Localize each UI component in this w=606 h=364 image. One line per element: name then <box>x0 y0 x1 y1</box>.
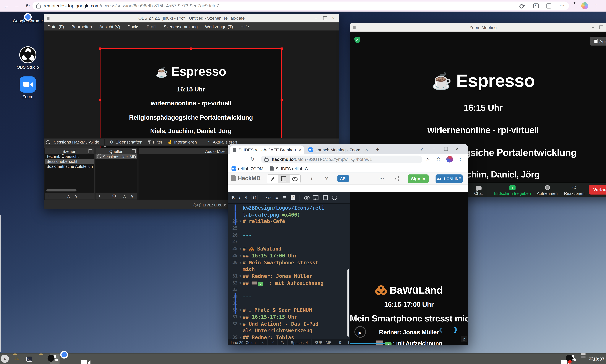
fold-icon[interactable]: ∨ <box>238 273 243 280</box>
desktop-icon-zoom[interactable]: Zoom <box>9 76 46 99</box>
scene-item[interactable]: Technik-Übersicht <box>45 154 94 159</box>
key-icon[interactable] <box>519 4 525 7</box>
sign-in-button[interactable]: Sign in <box>408 174 428 183</box>
profile-avatar[interactable] <box>446 156 453 162</box>
new-note-icon[interactable]: + <box>310 176 313 182</box>
online-users-button[interactable]: 1 ONLINE <box>436 174 463 183</box>
resize-handle[interactable] <box>281 48 283 50</box>
menu-docks[interactable]: Docks <box>127 24 139 29</box>
more-options-icon[interactable]: … <box>379 174 384 180</box>
source-gear-icon[interactable]: ⚙ <box>112 193 116 199</box>
link-icon[interactable] <box>304 196 309 199</box>
minimize-icon[interactable]: − <box>432 146 435 152</box>
minimize-icon[interactable]: − <box>315 16 317 21</box>
bookmark-slides[interactable]: SLIDES relilab-C... <box>270 166 311 171</box>
back-icon[interactable]: ← <box>229 156 238 162</box>
settings-wrench-icon[interactable]: ⚙ <box>335 339 345 345</box>
image-icon[interactable] <box>313 195 318 200</box>
new-tab-icon[interactable]: + <box>376 146 379 152</box>
send-icon[interactable]: ▷ <box>426 156 429 162</box>
tray-obs-icon[interactable] <box>569 355 577 363</box>
resize-handle[interactable] <box>190 48 192 50</box>
browser-menu-icon[interactable]: ⋮ <box>458 156 463 161</box>
tab-zoom-meeting[interactable]: Launch Meeting - Zoom × <box>306 145 371 154</box>
autoplay-button[interactable]: ▶ <box>354 326 366 338</box>
restore-icon[interactable] <box>600 26 604 29</box>
menu-hilfe[interactable]: Hilfe <box>240 24 249 29</box>
popout-icon[interactable] <box>132 149 136 153</box>
italic-icon[interactable]: I <box>239 195 240 200</box>
close-icon[interactable]: × <box>456 146 458 152</box>
keymap-setting[interactable]: SUBLIME <box>311 339 335 345</box>
editor-content[interactable]: k%2BDesign/Logos/Icons/reli lab-cafe.png… <box>228 203 350 339</box>
split-mode-button[interactable] <box>278 175 289 183</box>
bookmark-relilab-zoom[interactable]: relilab ZOOM <box>232 166 263 171</box>
maximize-icon[interactable] <box>444 147 448 151</box>
dock-tab-eigenschaften[interactable]: Eigenschaften <box>115 140 142 144</box>
tray-zoom-icon[interactable] <box>557 355 566 363</box>
fold-icon[interactable]: ∨ <box>238 246 243 252</box>
menu-ansicht[interactable]: Ansicht (V) <box>99 24 120 29</box>
dock-tab-sessions[interactable]: Sessions HackMD-Slide <box>54 140 99 144</box>
desktop-icon-chrome[interactable]: Google Chrome <box>9 17 46 23</box>
indent-setting[interactable]: Spaces: 4 <box>288 339 311 345</box>
move-down-icon[interactable]: ∨ <box>74 193 78 199</box>
fold-icon[interactable]: ∨ <box>238 334 243 339</box>
add-icon[interactable]: + <box>98 193 101 199</box>
tab-search-icon[interactable]: ∨ <box>420 147 423 152</box>
next-slide-icon[interactable]: › <box>453 321 458 337</box>
zoom-title-bar[interactable]: Zoom Meeting − <box>350 23 606 32</box>
resize-handle[interactable] <box>281 99 283 101</box>
minimize-icon[interactable]: − <box>592 25 594 30</box>
tab-close-icon[interactable]: × <box>299 147 302 152</box>
leave-meeting-button[interactable]: Verlas <box>589 185 606 195</box>
taskbar-files-icon[interactable] <box>40 355 48 363</box>
fold-icon[interactable]: ∨ <box>238 280 243 286</box>
bold-icon[interactable]: B <box>232 195 234 200</box>
lint-check-icon[interactable]: ✓ <box>268 339 278 345</box>
move-up-icon[interactable]: ∧ <box>123 193 126 199</box>
table-icon[interactable] <box>323 195 328 200</box>
taskbar-launcher-icon[interactable]: ▲ <box>1 355 9 363</box>
install-icon[interactable] <box>533 3 539 8</box>
menu-bearbeiten[interactable]: Bearbeiten <box>71 24 92 29</box>
move-down-icon[interactable]: ∨ <box>130 193 134 199</box>
heading-icon[interactable]: H <box>251 195 257 200</box>
taskbar-screenshot-folder-icon[interactable]: D <box>13 355 22 363</box>
menu-werkzeuge[interactable]: Werkzeuge (T) <box>205 24 233 29</box>
comment-icon[interactable] <box>332 195 337 200</box>
api-button[interactable]: API <box>337 175 349 182</box>
scene-item-selected[interactable]: Sessionübersicht <box>45 159 94 164</box>
fold-icon[interactable]: ∨ <box>238 307 243 314</box>
dock-tab-interagieren[interactable]: Interagieren <box>174 140 197 144</box>
dock-tab-aktualisieren[interactable]: Aktualisieren <box>213 140 237 144</box>
desktop-icon-obs[interactable]: OBS Studio <box>9 46 46 69</box>
taskbar-terminal-icon[interactable]: >_ <box>26 355 35 363</box>
obs-title-bar[interactable]: OBS 27.2.2 (linux) - Profil: Untitled - … <box>44 14 339 22</box>
close-icon[interactable]: × <box>332 16 335 21</box>
security-shield-icon[interactable]: ✓ <box>354 37 360 43</box>
restore-icon[interactable] <box>323 16 327 20</box>
view-mode-button[interactable] <box>289 175 300 183</box>
browser-menu-icon[interactable]: ⋮ <box>593 3 599 9</box>
tab-close-icon[interactable]: × <box>365 147 368 152</box>
numbered-list-icon[interactable]: ≣ <box>282 195 286 200</box>
source-item-selected[interactable]: Sessions HackMD-Slid <box>96 154 137 159</box>
reactions-button[interactable]: ☺ Reaktionen <box>559 184 590 195</box>
add-icon[interactable]: + <box>48 193 50 199</box>
share-screen-button[interactable]: ↑ Bildschirm freigeben <box>489 184 536 195</box>
remove-icon[interactable]: − <box>105 193 108 199</box>
back-icon[interactable]: ← <box>3 3 9 9</box>
hint-bulb-icon[interactable]: ◌ <box>259 339 268 345</box>
tray-network-icon[interactable]: ⇄× <box>589 355 593 361</box>
fold-icon[interactable]: ∨ <box>238 259 243 266</box>
fold-icon[interactable]: ∨ <box>238 314 243 321</box>
task-list-icon[interactable]: ✓ <box>291 195 295 200</box>
resize-handle[interactable] <box>99 48 101 50</box>
hackmd-brand[interactable]: HackMD <box>231 175 261 182</box>
fold-icon[interactable]: ∨ <box>238 321 243 327</box>
scrollbar-horizontal[interactable] <box>46 189 76 191</box>
view-button[interactable]: Anze <box>590 37 606 46</box>
resize-handle[interactable] <box>99 99 101 101</box>
profile-avatar[interactable] <box>581 2 588 9</box>
